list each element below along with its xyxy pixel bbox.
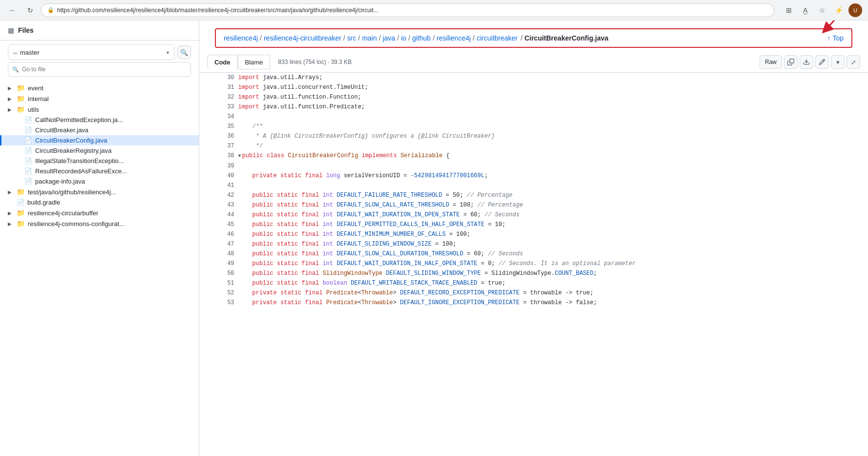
breadcrumb-sep: / <box>407 34 411 42</box>
line-number[interactable]: 45 <box>199 220 236 229</box>
tab-blame[interactable]: Blame <box>238 55 271 69</box>
line-number[interactable]: 51 <box>199 278 236 288</box>
line-number[interactable]: 50 <box>199 269 236 278</box>
tree-item-testjava[interactable]: ▶ 📁 test/java/io/github/resilience4j... <box>0 187 199 197</box>
code-view[interactable]: 30 import java.util.Arrays; 31 import ja… <box>199 73 868 456</box>
code-table: 30 import java.util.Arrays; 31 import ja… <box>199 73 868 308</box>
line-number[interactable]: 32 <box>199 92 236 102</box>
tree-item-utils[interactable]: ▶ 📁 utils <box>0 104 199 115</box>
line-number[interactable]: 46 <box>199 229 236 239</box>
line-number[interactable]: 38 <box>199 151 236 161</box>
tree-item-circuitbreaker[interactable]: ▶ 📄 CircuitBreaker.java <box>0 125 199 135</box>
tree-item-circuitbreakerregistry[interactable]: ▶ 📄 CircuitBreakerRegistry.java <box>0 145 199 156</box>
line-code: public static final SlidingWindowType DE… <box>236 269 868 278</box>
extensions-btn[interactable]: ⚡ <box>832 3 846 17</box>
line-number[interactable]: 40 <box>199 171 236 181</box>
edit-button[interactable] <box>815 55 829 69</box>
browser-chrome: ← ↻ 🔒 https://github.com/resilience4j/re… <box>0 0 868 21</box>
table-row: 40 private static final long serialVersi… <box>199 171 868 181</box>
line-number[interactable]: 53 <box>199 298 236 308</box>
breadcrumb-sep: / <box>472 34 476 42</box>
fullscreen-button[interactable]: ⤢ <box>847 55 860 69</box>
tree-item-callnotpermitted[interactable]: ▶ 📄 CallNotPermittedException.ja... <box>0 115 199 125</box>
line-code: private static final Predicate<Throwable… <box>236 298 868 308</box>
breadcrumb-circuitbreaker-pkg[interactable]: circuitbreaker <box>477 34 518 42</box>
line-number[interactable]: 33 <box>199 102 236 112</box>
avatar[interactable]: U <box>848 3 862 17</box>
refresh-button[interactable]: ↻ <box>23 3 37 17</box>
line-number[interactable]: 52 <box>199 288 236 298</box>
line-number[interactable]: 44 <box>199 210 236 220</box>
line-number[interactable]: 31 <box>199 83 236 92</box>
breadcrumb-io[interactable]: io <box>401 34 406 42</box>
tree-item-buildgradle[interactable]: ▶ 📄 build.gradle <box>0 197 199 207</box>
line-number[interactable]: 41 <box>199 181 236 190</box>
line-number[interactable]: 48 <box>199 249 236 259</box>
breadcrumb-resilience4j[interactable]: resilience4j <box>224 34 258 42</box>
breadcrumb-github[interactable]: github <box>412 34 431 42</box>
star-btn[interactable]: ☆ <box>815 3 829 17</box>
breadcrumb-sep2: / <box>520 34 524 42</box>
line-code: import java.util.function.Predicate; <box>236 102 868 112</box>
tree-item-circularbuffer[interactable]: ▶ 📁 resilience4j-circularbuffer <box>0 207 199 218</box>
line-number[interactable]: 35 <box>199 122 236 131</box>
breadcrumb-main[interactable]: main <box>362 34 377 42</box>
tree-item-label: CircuitBreakerRegistry.java <box>35 147 112 154</box>
breadcrumb-resilience4j-pkg[interactable]: resilience4j <box>437 34 471 42</box>
tree-item-label: event <box>28 84 43 92</box>
table-row: 35 /** <box>199 122 868 131</box>
tree-item-label: CallNotPermittedException.ja... <box>35 116 123 124</box>
download-button[interactable] <box>800 55 813 69</box>
breadcrumb-java[interactable]: java <box>382 34 395 42</box>
address-bar[interactable]: 🔒 https://github.com/resilience4j/resili… <box>41 3 774 17</box>
table-row: 53 private static final Predicate<Throwa… <box>199 298 868 308</box>
chevron-icon: ▶ <box>8 96 14 102</box>
folder-icon: 📁 <box>17 105 25 113</box>
breadcrumb-sep: / <box>259 34 263 42</box>
tree-item-packageinfo[interactable]: ▶ 📄 package-info.java <box>0 176 199 187</box>
folder-icon: 📁 <box>17 95 25 103</box>
line-number[interactable]: 34 <box>199 112 236 122</box>
tree-item-illegalstate[interactable]: ▶ 📄 IllegalStateTransitionExceptio... <box>0 156 199 166</box>
tree-item-resultrecorded[interactable]: ▶ 📄 ResultRecordedAsFailureExce... <box>0 166 199 176</box>
line-number[interactable]: 42 <box>199 190 236 200</box>
search-button[interactable]: 🔍 <box>177 45 191 59</box>
line-number[interactable]: 47 <box>199 239 236 249</box>
table-row: 32 import java.util.function.Function; <box>199 92 868 102</box>
file-info: 833 lines (754 loc) · 39.3 KB <box>278 59 352 65</box>
line-code: public static final int DEFAULT_PERMITTE… <box>236 220 868 229</box>
branch-name: master <box>20 49 40 56</box>
line-number[interactable]: 30 <box>199 73 236 83</box>
breadcrumb-filename: CircuitBreakerConfig.java <box>525 34 609 42</box>
line-number[interactable]: 49 <box>199 259 236 269</box>
top-link[interactable]: ↑ Top <box>827 34 844 42</box>
table-row: 48 public static final int DEFAULT_SLOW_… <box>199 249 868 259</box>
tree-item-commonsconfigurat[interactable]: ▶ 📁 resilience4j-commons-configurat... <box>0 218 199 229</box>
breadcrumb-circuitbreaker-module[interactable]: resilience4j-circuitbreaker <box>264 34 341 42</box>
tree-item-internal[interactable]: ▶ 📁 internal <box>0 93 199 104</box>
file-icon: 📄 <box>17 199 24 206</box>
collapse-button[interactable]: ▼ <box>238 151 241 161</box>
folder-icon: 📁 <box>17 209 25 217</box>
chevron-icon: ▶ <box>8 107 14 112</box>
line-number[interactable]: 37 <box>199 141 236 151</box>
search-box[interactable]: 🔍 <box>8 62 191 77</box>
text-size-btn[interactable]: A̲ <box>799 3 812 17</box>
breadcrumb-src[interactable]: src <box>347 34 357 42</box>
line-number[interactable]: 43 <box>199 200 236 210</box>
tab-code[interactable]: Code <box>207 55 238 69</box>
tree-item-label: CircuitBreaker.java <box>35 126 88 134</box>
line-number[interactable]: 39 <box>199 161 236 171</box>
tree-item-event[interactable]: ▶ 📁 event <box>0 83 199 93</box>
grid-icon-btn[interactable]: ⊞ <box>782 3 796 17</box>
copy-button[interactable] <box>784 55 798 69</box>
content-area: resilience4j / resilience4j-circuitbreak… <box>199 21 868 456</box>
raw-button[interactable]: Raw <box>760 55 782 69</box>
branch-selector[interactable]: ⟗ master ▾ <box>8 44 174 60</box>
tree-item-circuitbreakerconfig[interactable]: ▶ 📄 CircuitBreakerConfig.java <box>0 135 199 145</box>
url-text: https://github.com/resilience4j/resilien… <box>57 7 379 14</box>
more-options-button[interactable]: ▾ <box>831 55 845 69</box>
line-number[interactable]: 36 <box>199 131 236 141</box>
back-button[interactable]: ← <box>6 3 20 17</box>
search-input[interactable] <box>22 66 187 73</box>
